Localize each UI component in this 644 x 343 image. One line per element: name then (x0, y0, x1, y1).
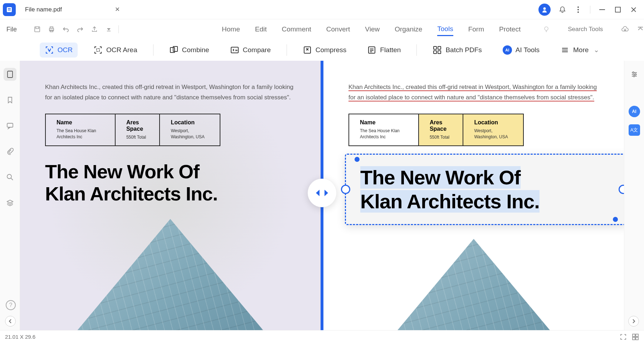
translate-icon[interactable]: A文 (629, 124, 640, 136)
ocr-button[interactable]: OCR (40, 43, 78, 58)
title-bar: File name.pdf ✕ (0, 0, 644, 19)
svg-point-29 (635, 74, 636, 75)
undo-icon[interactable] (62, 25, 70, 33)
chevron-down-icon: ⌄ (594, 46, 599, 54)
selection-handle[interactable] (613, 217, 618, 222)
compress-button[interactable]: Compress (298, 43, 352, 58)
grid-icon[interactable] (632, 333, 639, 340)
minimize-icon[interactable] (598, 6, 606, 14)
compare-label: Compare (243, 46, 271, 54)
svg-point-14 (545, 27, 548, 30)
search-icon[interactable] (4, 171, 16, 184)
svg-rect-26 (7, 123, 13, 127)
collapse-left-icon[interactable] (5, 316, 16, 327)
tab-view[interactable]: View (365, 23, 380, 35)
fit-icon[interactable] (620, 333, 627, 340)
ocr-label: OCR (58, 46, 73, 54)
quick-access-toolbar (33, 25, 119, 33)
ocr-area-label: OCR Area (106, 46, 137, 54)
share-icon[interactable] (91, 25, 98, 33)
close-window-icon[interactable] (630, 6, 638, 14)
batch-label: Batch PDFs (445, 46, 482, 54)
document-tab[interactable]: File name.pdf ✕ (21, 4, 124, 15)
tab-edit[interactable]: Edit (255, 23, 267, 35)
ocr-area-icon (93, 45, 103, 55)
svg-rect-23 (434, 51, 436, 54)
thumbnails-icon[interactable] (4, 68, 16, 81)
tab-protect[interactable]: Protect (499, 23, 521, 35)
selection-handle[interactable] (341, 185, 350, 194)
divider (287, 44, 287, 56)
combine-button[interactable]: Combine (164, 43, 214, 58)
compress-label: Compress (316, 46, 347, 54)
selection-handle[interactable] (355, 157, 360, 162)
bookmarks-icon[interactable] (4, 94, 16, 106)
intro-text-left: Khan Architects Inc., created this off-g… (45, 82, 296, 103)
svg-rect-24 (438, 51, 441, 54)
info-table-right: NameThe Sea House Klan Architects Inc Ar… (348, 114, 524, 146)
info-table-left: NameThe Sea House Klan Architects Inc Ar… (45, 114, 220, 146)
collapse-ribbon-icon[interactable] (636, 25, 644, 34)
file-menu[interactable]: File (4, 24, 20, 35)
svg-rect-15 (97, 49, 99, 51)
search-tools-input[interactable] (568, 26, 618, 33)
heading-left: The New Work Of Klan Architects Inc. (45, 160, 296, 205)
svg-point-30 (633, 75, 635, 77)
slider-arrows-icon (314, 188, 330, 198)
menu-bar: File Home Edit Comment Convert View Orga… (0, 19, 644, 39)
comparison-divider[interactable] (321, 61, 323, 332)
compress-icon (303, 45, 312, 55)
tab-convert[interactable]: Convert (326, 23, 350, 35)
text-selection-box[interactable]: The New Work Of Klan Architects Inc. (345, 154, 624, 225)
intro-text-right: Khan Architects Inc., created this off-g… (348, 82, 599, 103)
combine-label: Combine (182, 46, 209, 54)
tab-organize[interactable]: Organize (395, 23, 422, 35)
compare-icon (230, 45, 239, 55)
flatten-icon (367, 45, 376, 55)
layers-icon[interactable] (4, 197, 16, 209)
tab-home[interactable]: Home (222, 23, 240, 35)
ai-icon: AI (503, 45, 512, 55)
ai-tools-button[interactable]: AI AI Tools (498, 43, 545, 58)
notifications-icon[interactable] (558, 6, 566, 14)
tools-toolbar: OCR OCR Area Combine Compare Compress Fl… (0, 39, 644, 61)
attachments-icon[interactable] (4, 145, 16, 158)
ai-assistant-icon[interactable]: AI (629, 106, 640, 117)
svg-point-3 (543, 7, 546, 10)
document-comparison-area: Khan Architects Inc., created this off-g… (20, 61, 624, 332)
user-avatar[interactable] (538, 4, 551, 16)
batch-pdfs-button[interactable]: Batch PDFs (428, 43, 487, 58)
app-logo[interactable] (3, 3, 16, 16)
slider-handle[interactable] (308, 179, 336, 207)
more-label: More (573, 46, 589, 54)
comments-icon[interactable] (4, 119, 16, 132)
more-options-icon[interactable] (574, 6, 582, 14)
divider (416, 44, 417, 56)
print-icon[interactable] (48, 25, 55, 33)
tab-tools[interactable]: Tools (437, 23, 453, 36)
cloud-icon[interactable] (621, 25, 629, 34)
compare-button[interactable]: Compare (225, 43, 276, 58)
svg-rect-33 (633, 337, 635, 340)
close-tab-icon[interactable]: ✕ (115, 6, 120, 13)
redo-icon[interactable] (76, 25, 84, 33)
flatten-button[interactable]: Flatten (362, 43, 406, 58)
svg-rect-7 (599, 9, 605, 10)
svg-rect-2 (8, 10, 11, 10)
dropdown-icon[interactable] (105, 25, 113, 33)
tab-form[interactable]: Form (468, 23, 484, 35)
tab-comment[interactable]: Comment (282, 23, 311, 35)
selection-handle[interactable] (619, 185, 624, 194)
svg-rect-19 (304, 47, 311, 53)
save-icon[interactable] (33, 25, 41, 33)
svg-point-27 (7, 174, 11, 179)
properties-icon[interactable] (628, 68, 641, 81)
ocr-area-button[interactable]: OCR Area (88, 43, 142, 58)
more-button[interactable]: More ⌄ (555, 43, 604, 58)
svg-point-5 (577, 9, 579, 10)
help-icon[interactable]: ? (6, 300, 16, 310)
lightbulb-icon[interactable] (543, 26, 550, 33)
collapse-right-icon[interactable] (628, 316, 639, 327)
combine-icon (169, 45, 179, 55)
maximize-icon[interactable] (614, 6, 622, 14)
